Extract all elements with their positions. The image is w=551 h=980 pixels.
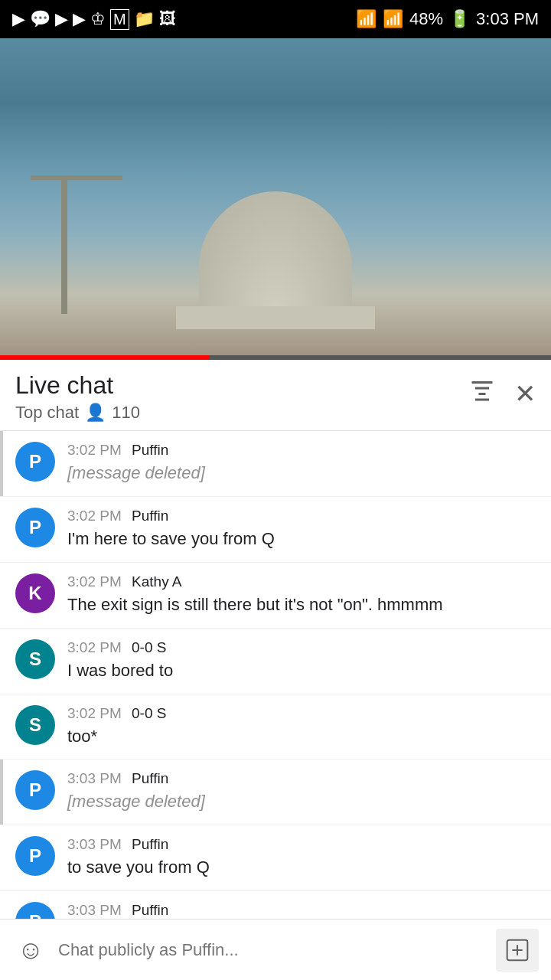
crown-icon: ♔ (90, 9, 106, 29)
message-meta: 3:03 PM Puffin (67, 770, 536, 787)
video-player[interactable] (0, 38, 551, 360)
chat-header: Live chat Top chat 👤 110 ✕ (0, 360, 551, 431)
people-icon: 👤 (85, 403, 106, 423)
youtube-icon: ▶ (55, 9, 68, 29)
message-text: [message deleted] (67, 462, 536, 485)
filter-icon[interactable] (468, 377, 496, 410)
message-meta: 3:02 PM Puffin (67, 442, 536, 459)
emoji-button[interactable]: ☺ (12, 932, 49, 969)
timestamp: 3:02 PM (67, 639, 122, 655)
chat-list: P 3:02 PM Puffin [message deleted] P 3:0… (0, 431, 551, 980)
message-content: 3:03 PM Puffin to save you from Q (67, 836, 536, 880)
chat-message-4: S 3:02 PM 0-0 S I was bored to (0, 629, 551, 694)
status-bar: ▶ 💬 ▶ ▶ ♔ M 📁 🖼 📶 📶 48% 🔋 3:03 PM (0, 0, 551, 38)
svg-rect-2 (479, 393, 486, 395)
live-chat-title: Live chat (15, 371, 140, 400)
message-content: 3:02 PM Puffin [message deleted] (67, 442, 536, 485)
capitol-dome (199, 191, 352, 314)
svg-rect-3 (475, 399, 489, 401)
message-meta: 3:03 PM Puffin (67, 836, 536, 853)
message-text: I'm here to save you from Q (67, 528, 536, 551)
chat-header-right: ✕ (468, 377, 536, 410)
battery-percent: 48% (409, 9, 443, 29)
timestamp: 3:02 PM (67, 442, 122, 458)
chat-message-2: P 3:02 PM Puffin I'm here to save you fr… (0, 497, 551, 563)
message-text: too* (67, 725, 536, 749)
dome-base (176, 306, 375, 329)
m-icon: M (110, 9, 129, 30)
message-content: 3:02 PM Kathy A The exit sign is still t… (67, 573, 536, 617)
wifi-icon: 📶 (356, 9, 377, 29)
avatar: P (15, 508, 55, 547)
top-chat-label[interactable]: Top chat (15, 403, 79, 423)
message-meta: 3:02 PM 0-0 S (67, 639, 536, 656)
top-chat-subtitle: Top chat 👤 110 (15, 403, 140, 423)
chat-message-1: P 3:02 PM Puffin [message deleted] (0, 431, 551, 497)
send-button[interactable] (496, 929, 539, 972)
message-meta: 3:03 PM Puffin (67, 902, 536, 919)
video-progress-fill (0, 355, 210, 360)
svg-rect-1 (475, 387, 489, 390)
signal-icon: 📶 (383, 9, 403, 29)
timestamp: 3:03 PM (67, 902, 122, 918)
timestamp: 3:02 PM (67, 573, 122, 590)
battery-icon: 🔋 (449, 9, 470, 29)
timestamp: 3:03 PM (67, 770, 122, 786)
username: Puffin (132, 442, 168, 458)
play-icon: ▶ (12, 9, 25, 29)
timestamp: 3:02 PM (67, 705, 122, 721)
username: Kathy A (132, 573, 182, 590)
message-content: 3:03 PM Puffin [message deleted] (67, 770, 536, 814)
username: 0-0 S (132, 639, 166, 655)
message-content: 3:02 PM 0-0 S too* (67, 705, 536, 749)
timestamp: 3:03 PM (67, 836, 122, 852)
message-content: 3:02 PM 0-0 S I was bored to (67, 639, 536, 683)
close-icon[interactable]: ✕ (514, 378, 536, 409)
chat-input[interactable] (58, 932, 487, 969)
username: Puffin (132, 508, 168, 524)
chat-header-left: Live chat Top chat 👤 110 (15, 371, 140, 423)
status-right-info: 📶 📶 48% 🔋 3:03 PM (356, 9, 539, 29)
chat-message-3: K 3:02 PM Kathy A The exit sign is still… (0, 563, 551, 629)
chat-bubble-icon: 💬 (30, 9, 51, 29)
folder-icon: 📁 (134, 9, 155, 29)
username: 0-0 S (132, 705, 166, 721)
message-content: 3:02 PM Puffin I'm here to save you from… (67, 508, 536, 551)
message-meta: 3:02 PM 0-0 S (67, 705, 536, 722)
chat-message-5: S 3:02 PM 0-0 S too* (0, 694, 551, 760)
timestamp: 3:02 PM (67, 508, 122, 524)
chat-message-6: P 3:03 PM Puffin [message deleted] (0, 760, 551, 825)
message-text: to save you from Q (67, 856, 536, 880)
video-progress-bar[interactable] (0, 355, 551, 360)
youtube2-icon: ▶ (73, 9, 86, 29)
crane-left (61, 176, 67, 314)
status-left-icons: ▶ 💬 ▶ ▶ ♔ M 📁 🖼 (12, 9, 176, 30)
message-text: The exit sign is still there but it's no… (67, 593, 536, 617)
username: Puffin (132, 902, 168, 918)
crane-arm (31, 175, 122, 180)
time: 3:03 PM (476, 9, 539, 29)
username: Puffin (132, 836, 168, 852)
message-meta: 3:02 PM Kathy A (67, 573, 536, 590)
chat-message-7: P 3:03 PM Puffin to save you from Q (0, 825, 551, 891)
avatar: P (15, 770, 55, 810)
viewer-count: 110 (112, 403, 140, 423)
username: Puffin (132, 770, 168, 786)
avatar: S (15, 639, 55, 679)
message-meta: 3:02 PM Puffin (67, 508, 536, 524)
avatar: K (15, 573, 55, 613)
image-icon: 🖼 (159, 9, 176, 29)
avatar: P (15, 836, 55, 876)
message-text: [message deleted] (67, 790, 536, 814)
svg-rect-0 (472, 381, 493, 384)
message-text: I was bored to (67, 659, 536, 683)
avatar: S (15, 705, 55, 745)
input-bar: ☺ (0, 919, 551, 980)
avatar: P (15, 442, 55, 482)
